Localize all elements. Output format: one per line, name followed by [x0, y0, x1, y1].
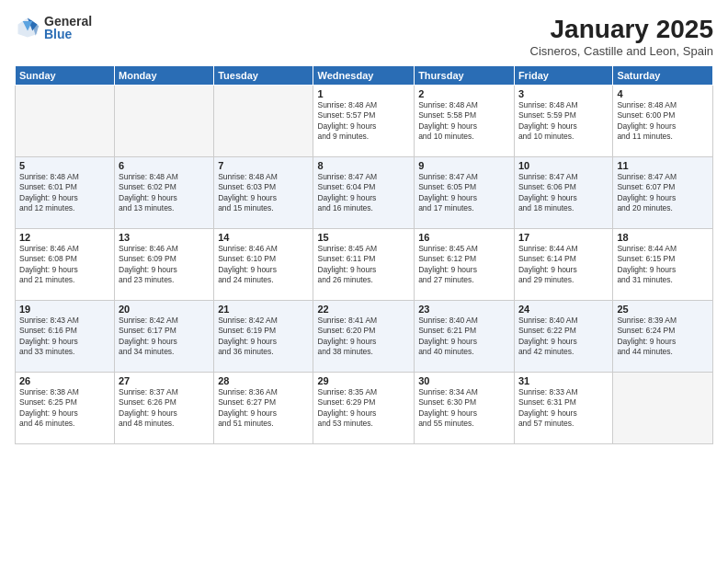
day-info: Sunrise: 8:48 AMSunset: 6:02 PMDaylight:…	[119, 172, 210, 214]
calendar-cell: 27Sunrise: 8:37 AMSunset: 6:26 PMDayligh…	[115, 373, 214, 444]
day-number: 27	[119, 375, 210, 386]
calendar-cell: 19Sunrise: 8:43 AMSunset: 6:16 PMDayligh…	[16, 301, 115, 373]
calendar-cell: 4Sunrise: 8:48 AMSunset: 6:00 PMDaylight…	[613, 86, 713, 157]
day-number: 30	[418, 375, 510, 386]
calendar-cell: 29Sunrise: 8:35 AMSunset: 6:29 PMDayligh…	[313, 373, 415, 444]
calendar-cell: 26Sunrise: 8:38 AMSunset: 6:25 PMDayligh…	[16, 373, 115, 444]
day-number: 16	[418, 232, 510, 243]
title-area: January 2025 Cisneros, Castille and Leon…	[530, 15, 713, 58]
logo-icon	[15, 15, 40, 40]
calendar-cell: 1Sunrise: 8:48 AMSunset: 5:57 PMDaylight…	[313, 86, 415, 157]
logo-text: General Blue	[44, 15, 92, 40]
weekday-header-sunday: Sunday	[16, 66, 115, 86]
day-number: 10	[518, 160, 609, 171]
day-info: Sunrise: 8:47 AMSunset: 6:07 PMDaylight:…	[617, 172, 709, 214]
day-number: 24	[518, 304, 609, 315]
calendar-cell: 8Sunrise: 8:47 AMSunset: 6:04 PMDaylight…	[313, 157, 415, 229]
day-number: 14	[218, 232, 309, 243]
calendar-cell: 15Sunrise: 8:45 AMSunset: 6:11 PMDayligh…	[313, 229, 415, 301]
day-number: 9	[418, 160, 510, 171]
calendar-subtitle: Cisneros, Castille and Leon, Spain	[530, 44, 713, 58]
weekday-header-friday: Friday	[514, 66, 612, 86]
calendar-week-row: 12Sunrise: 8:46 AMSunset: 6:08 PMDayligh…	[16, 229, 713, 301]
calendar-cell: 25Sunrise: 8:39 AMSunset: 6:24 PMDayligh…	[613, 301, 713, 373]
calendar-cell: 3Sunrise: 8:48 AMSunset: 5:59 PMDaylight…	[514, 86, 612, 157]
day-info: Sunrise: 8:39 AMSunset: 6:24 PMDaylight:…	[617, 316, 709, 358]
weekday-header-tuesday: Tuesday	[214, 66, 313, 86]
calendar-cell: 2Sunrise: 8:48 AMSunset: 5:58 PMDaylight…	[415, 86, 515, 157]
day-number: 28	[218, 375, 309, 386]
calendar-cell: 30Sunrise: 8:34 AMSunset: 6:30 PMDayligh…	[415, 373, 515, 444]
day-info: Sunrise: 8:44 AMSunset: 6:15 PMDaylight:…	[617, 244, 709, 286]
weekday-header-thursday: Thursday	[415, 66, 515, 86]
calendar-cell: 23Sunrise: 8:40 AMSunset: 6:21 PMDayligh…	[415, 301, 515, 373]
day-info: Sunrise: 8:37 AMSunset: 6:26 PMDaylight:…	[119, 387, 210, 430]
day-info: Sunrise: 8:48 AMSunset: 5:59 PMDaylight:…	[518, 100, 609, 143]
day-info: Sunrise: 8:38 AMSunset: 6:25 PMDaylight:…	[19, 387, 110, 430]
page: General Blue January 2025 Cisneros, Cast…	[0, 0, 728, 563]
day-number: 31	[518, 375, 609, 386]
calendar-cell: 11Sunrise: 8:47 AMSunset: 6:07 PMDayligh…	[613, 157, 713, 229]
day-number: 19	[19, 304, 110, 315]
day-info: Sunrise: 8:48 AMSunset: 6:00 PMDaylight:…	[617, 100, 709, 143]
calendar-cell: 28Sunrise: 8:36 AMSunset: 6:27 PMDayligh…	[214, 373, 313, 444]
day-info: Sunrise: 8:36 AMSunset: 6:27 PMDaylight:…	[218, 387, 309, 430]
day-info: Sunrise: 8:42 AMSunset: 6:17 PMDaylight:…	[119, 316, 210, 358]
day-number: 13	[119, 232, 210, 243]
day-info: Sunrise: 8:45 AMSunset: 6:11 PMDaylight:…	[317, 244, 410, 286]
calendar-cell: 17Sunrise: 8:44 AMSunset: 6:14 PMDayligh…	[514, 229, 612, 301]
logo-general: General	[44, 15, 92, 28]
calendar-cell: 5Sunrise: 8:48 AMSunset: 6:01 PMDaylight…	[16, 157, 115, 229]
calendar-cell	[16, 86, 115, 157]
weekday-header-monday: Monday	[115, 66, 214, 86]
calendar-cell	[115, 86, 214, 157]
calendar-cell: 14Sunrise: 8:46 AMSunset: 6:10 PMDayligh…	[214, 229, 313, 301]
day-info: Sunrise: 8:45 AMSunset: 6:12 PMDaylight:…	[418, 244, 510, 286]
weekday-header-row: SundayMondayTuesdayWednesdayThursdayFrid…	[16, 66, 713, 86]
calendar-table: SundayMondayTuesdayWednesdayThursdayFrid…	[15, 65, 713, 444]
day-info: Sunrise: 8:48 AMSunset: 5:57 PMDaylight:…	[317, 100, 410, 143]
calendar-cell: 12Sunrise: 8:46 AMSunset: 6:08 PMDayligh…	[16, 229, 115, 301]
day-number: 23	[418, 304, 510, 315]
calendar-cell	[214, 86, 313, 157]
calendar-cell: 24Sunrise: 8:40 AMSunset: 6:22 PMDayligh…	[514, 301, 612, 373]
day-number: 12	[19, 232, 110, 243]
day-info: Sunrise: 8:40 AMSunset: 6:22 PMDaylight:…	[518, 316, 609, 358]
day-number: 21	[218, 304, 309, 315]
calendar-week-row: 1Sunrise: 8:48 AMSunset: 5:57 PMDaylight…	[16, 86, 713, 157]
calendar-cell: 13Sunrise: 8:46 AMSunset: 6:09 PMDayligh…	[115, 229, 214, 301]
calendar-week-row: 19Sunrise: 8:43 AMSunset: 6:16 PMDayligh…	[16, 301, 713, 373]
day-info: Sunrise: 8:42 AMSunset: 6:19 PMDaylight:…	[218, 316, 309, 358]
day-number: 18	[617, 232, 709, 243]
calendar-cell: 9Sunrise: 8:47 AMSunset: 6:05 PMDaylight…	[415, 157, 515, 229]
day-info: Sunrise: 8:47 AMSunset: 6:04 PMDaylight:…	[317, 172, 410, 214]
day-number: 29	[317, 375, 410, 386]
day-number: 8	[317, 160, 410, 171]
calendar-cell: 22Sunrise: 8:41 AMSunset: 6:20 PMDayligh…	[313, 301, 415, 373]
calendar-cell: 10Sunrise: 8:47 AMSunset: 6:06 PMDayligh…	[514, 157, 612, 229]
day-number: 11	[617, 160, 709, 171]
day-info: Sunrise: 8:41 AMSunset: 6:20 PMDaylight:…	[317, 316, 410, 358]
day-info: Sunrise: 8:46 AMSunset: 6:10 PMDaylight:…	[218, 244, 309, 286]
day-info: Sunrise: 8:35 AMSunset: 6:29 PMDaylight:…	[317, 387, 410, 430]
day-number: 7	[218, 160, 309, 171]
day-number: 22	[317, 304, 410, 315]
calendar-cell: 6Sunrise: 8:48 AMSunset: 6:02 PMDaylight…	[115, 157, 214, 229]
calendar-cell: 21Sunrise: 8:42 AMSunset: 6:19 PMDayligh…	[214, 301, 313, 373]
weekday-header-wednesday: Wednesday	[313, 66, 415, 86]
calendar-cell: 18Sunrise: 8:44 AMSunset: 6:15 PMDayligh…	[613, 229, 713, 301]
calendar-cell: 20Sunrise: 8:42 AMSunset: 6:17 PMDayligh…	[115, 301, 214, 373]
logo-blue: Blue	[44, 28, 92, 40]
day-info: Sunrise: 8:48 AMSunset: 6:03 PMDaylight:…	[218, 172, 309, 214]
day-number: 6	[119, 160, 210, 171]
day-number: 20	[119, 304, 210, 315]
logo: General Blue	[15, 15, 92, 40]
day-number: 2	[418, 88, 510, 99]
calendar-cell: 16Sunrise: 8:45 AMSunset: 6:12 PMDayligh…	[415, 229, 515, 301]
calendar-week-row: 5Sunrise: 8:48 AMSunset: 6:01 PMDaylight…	[16, 157, 713, 229]
day-number: 17	[518, 232, 609, 243]
day-number: 1	[317, 88, 410, 99]
calendar-cell: 31Sunrise: 8:33 AMSunset: 6:31 PMDayligh…	[514, 373, 612, 444]
day-number: 15	[317, 232, 410, 243]
day-number: 26	[19, 375, 110, 386]
